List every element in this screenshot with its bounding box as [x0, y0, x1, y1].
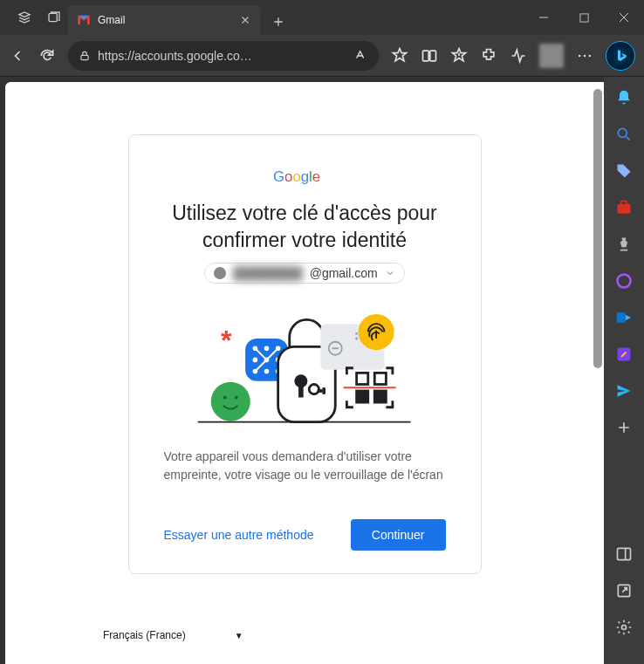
- svg-rect-52: [618, 548, 631, 559]
- svg-point-18: [254, 359, 257, 362]
- tag-icon[interactable]: [615, 162, 633, 180]
- dropdown-arrow-icon: ▼: [235, 631, 243, 640]
- new-tab-button[interactable]: [265, 9, 291, 35]
- svg-point-16: [265, 346, 269, 350]
- tab-title: Gmail: [98, 14, 232, 26]
- favorite-icon[interactable]: [391, 47, 408, 65]
- back-button[interactable]: [9, 47, 26, 65]
- browser-sidebar: [604, 77, 644, 664]
- performance-icon[interactable]: [510, 47, 527, 65]
- svg-point-22: [265, 370, 269, 373]
- refresh-button[interactable]: [38, 47, 56, 65]
- svg-rect-0: [49, 13, 57, 21]
- profile-avatar[interactable]: [539, 44, 564, 68]
- email-suffix: @gmail.com: [310, 266, 378, 280]
- svg-point-36: [356, 338, 359, 340]
- account-chip[interactable]: ████████@gmail.com: [204, 263, 404, 284]
- svg-rect-45: [375, 391, 387, 402]
- svg-rect-30: [318, 389, 323, 393]
- browser-toolbar: https://accounts.google.co…: [0, 35, 644, 77]
- svg-rect-4: [430, 51, 436, 61]
- briefcase-icon[interactable]: [615, 199, 633, 216]
- svg-rect-31: [323, 387, 326, 394]
- svg-text:*: *: [221, 325, 232, 356]
- address-bar[interactable]: https://accounts.google.co…: [68, 41, 379, 71]
- lock-icon: [79, 50, 91, 62]
- tab-close-icon[interactable]: [239, 14, 251, 26]
- svg-rect-43: [375, 373, 387, 384]
- browser-tab[interactable]: Gmail: [68, 5, 260, 35]
- window-minimize-button[interactable]: [524, 0, 564, 35]
- svg-text:Google: Google: [273, 168, 320, 185]
- edit-icon[interactable]: [615, 346, 633, 363]
- extensions-icon[interactable]: [480, 47, 497, 65]
- continue-button[interactable]: Continuer: [351, 519, 446, 551]
- workspaces-icon[interactable]: [17, 10, 31, 24]
- title-bar: Gmail: [0, 0, 644, 35]
- send-icon[interactable]: [615, 382, 633, 400]
- svg-point-47: [618, 128, 627, 137]
- svg-rect-1: [579, 13, 587, 21]
- svg-point-55: [622, 626, 627, 630]
- outlook-icon[interactable]: [615, 309, 633, 326]
- svg-rect-2: [81, 55, 88, 59]
- svg-point-11: [223, 396, 227, 400]
- svg-rect-3: [423, 51, 429, 61]
- svg-point-12: [235, 396, 238, 400]
- email-obscured: ████████: [233, 266, 302, 280]
- description-text: Votre appareil vous demandera d'utiliser…: [164, 448, 446, 484]
- office-icon[interactable]: [615, 272, 633, 290]
- signin-card: Google Utilisez votre clé d'accès pour c…: [128, 134, 482, 574]
- svg-rect-42: [357, 373, 368, 384]
- svg-point-27: [295, 374, 308, 387]
- svg-point-6: [584, 54, 586, 57]
- chevron-down-icon: [385, 268, 395, 278]
- window-close-button[interactable]: [604, 0, 644, 35]
- external-icon[interactable]: [615, 582, 633, 599]
- window-maximize-button[interactable]: [564, 0, 604, 35]
- tab-overview-icon[interactable]: [47, 10, 61, 24]
- svg-rect-48: [618, 204, 631, 214]
- language-selector[interactable]: Français (France) ▼: [103, 629, 243, 641]
- try-another-method-link[interactable]: Essayer une autre méthode: [164, 528, 314, 542]
- svg-rect-44: [357, 391, 368, 402]
- svg-rect-28: [298, 386, 304, 397]
- gmail-favicon-icon: [77, 13, 91, 27]
- google-logo-icon: Google: [164, 167, 446, 188]
- collections-icon[interactable]: [450, 47, 468, 65]
- url-text: https://accounts.google.co…: [98, 49, 347, 63]
- add-icon[interactable]: [615, 419, 633, 436]
- bell-icon[interactable]: [615, 89, 633, 106]
- chess-icon[interactable]: [615, 236, 633, 253]
- svg-point-10: [211, 382, 250, 421]
- more-menu-icon[interactable]: [576, 47, 593, 65]
- svg-point-49: [618, 275, 631, 288]
- settings-icon[interactable]: [615, 619, 633, 636]
- page-heading: Utilisez votre clé d'accès pour confirme…: [164, 200, 446, 254]
- scrollbar[interactable]: [593, 89, 602, 368]
- svg-point-5: [579, 54, 581, 57]
- bing-chat-button[interactable]: [606, 41, 635, 71]
- svg-rect-50: [617, 312, 626, 323]
- svg-point-7: [589, 54, 592, 57]
- page-content: Google Utilisez votre clé d'accès pour c…: [5, 82, 604, 664]
- passkey-illustration: *: [182, 299, 427, 430]
- search-icon[interactable]: [615, 126, 633, 143]
- split-screen-icon[interactable]: [421, 47, 438, 65]
- avatar-icon: [214, 267, 226, 279]
- panel-icon[interactable]: [615, 545, 633, 563]
- svg-point-33: [356, 332, 359, 335]
- read-aloud-icon[interactable]: [354, 49, 368, 63]
- language-label: Français (France): [103, 629, 186, 641]
